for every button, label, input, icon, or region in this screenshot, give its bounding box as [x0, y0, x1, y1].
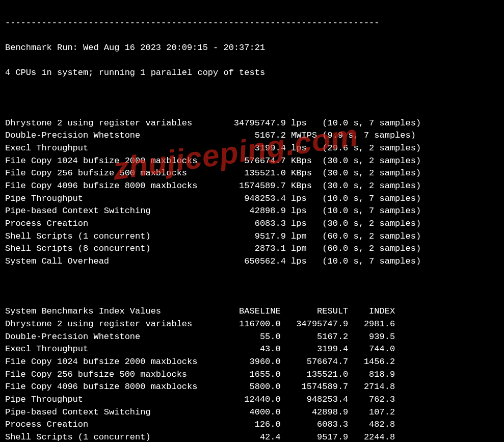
- test-result-row: Double-Precision Whetstone 5167.2 MWIPS …: [5, 129, 499, 142]
- index-row: Pipe Throughput 12440.0 948253.4 762.3: [5, 394, 499, 406]
- test-result-row: File Copy 4096 bufsize 8000 maxblocks 15…: [5, 180, 499, 193]
- test-result-row: Dhrystone 2 using register variables 347…: [5, 117, 499, 130]
- index-row: File Copy 4096 bufsize 8000 maxblocks 58…: [5, 381, 499, 394]
- index-row: Pipe-based Context Switching 4000.0 4289…: [5, 406, 499, 419]
- blank-line: [5, 92, 499, 105]
- test-result-row: System Call Overhead 650562.4 lps (10.0 …: [5, 255, 499, 268]
- test-result-row: Execl Throughput 3199.4 lps (29.6 s, 2 s…: [5, 142, 499, 155]
- blank-line: [5, 280, 499, 293]
- test-result-row: File Copy 256 bufsize 500 maxblocks 1355…: [5, 167, 499, 180]
- index-row: Double-Precision Whetstone 55.0 5167.2 9…: [5, 331, 499, 344]
- index-row: File Copy 1024 bufsize 2000 maxblocks 39…: [5, 356, 499, 369]
- test-result-row: Shell Scripts (8 concurrent) 2873.1 lpm …: [5, 243, 499, 255]
- index-row: File Copy 256 bufsize 500 maxblocks 1655…: [5, 369, 499, 381]
- index-table-block: System Benchmarks Index Values BASELINE …: [5, 305, 499, 442]
- test-result-row: File Copy 1024 bufsize 2000 maxblocks 57…: [5, 155, 499, 168]
- test-result-row: Pipe Throughput 948253.4 lps (10.0 s, 7 …: [5, 193, 499, 205]
- cpu-info-line: 4 CPUs in system; running 1 parallel cop…: [5, 67, 499, 80]
- index-row: Dhrystone 2 using register variables 116…: [5, 318, 499, 331]
- index-row: Execl Throughput 43.0 3199.4 744.0: [5, 343, 499, 356]
- benchmark-run-line: Benchmark Run: Wed Aug 16 2023 20:09:15 …: [5, 42, 499, 55]
- index-header-row: System Benchmarks Index Values BASELINE …: [5, 305, 499, 318]
- index-row: Shell Scripts (1 concurrent) 42.4 9517.9…: [5, 431, 499, 442]
- terminal-output: ----------------------------------------…: [0, 0, 504, 442]
- test-result-row: Pipe-based Context Switching 42898.9 lps…: [5, 205, 499, 218]
- divider-line: ----------------------------------------…: [5, 17, 499, 30]
- test-result-row: Shell Scripts (1 concurrent) 9517.9 lpm …: [5, 230, 499, 243]
- test-results-block: Dhrystone 2 using register variables 347…: [5, 117, 499, 268]
- test-result-row: Process Creation 6083.3 lps (30.0 s, 2 s…: [5, 218, 499, 230]
- index-row: Process Creation 126.0 6083.3 482.8: [5, 419, 499, 431]
